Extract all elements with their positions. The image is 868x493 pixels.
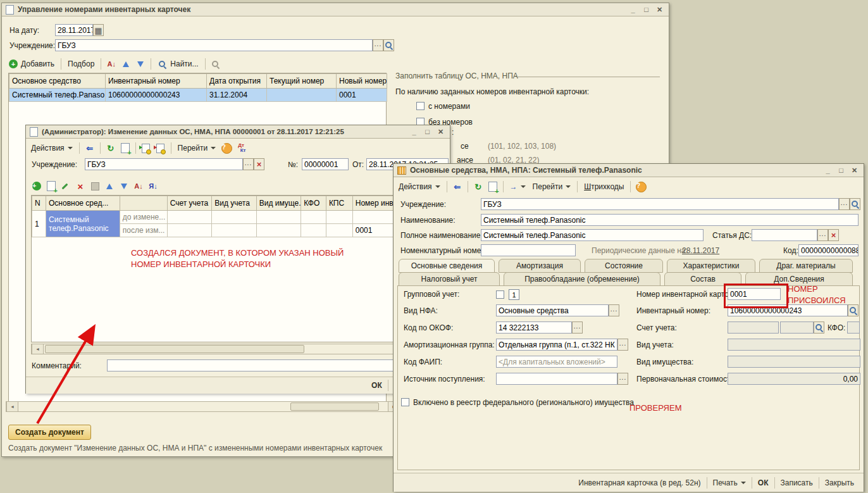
nfa-kind-select-button[interactable] [609, 304, 619, 316]
col-header-open-date[interactable]: Дата открытия [207, 74, 267, 89]
cell-empty[interactable] [167, 224, 212, 237]
cell-empty[interactable] [212, 211, 257, 224]
dtkt-button[interactable]: Дт Кт [235, 143, 247, 154]
cell-empty[interactable] [326, 224, 352, 237]
nfa-kind-input[interactable]: Основные средства [496, 304, 609, 316]
nomenclature-input[interactable] [481, 244, 576, 256]
close-icon[interactable]: ✕ [654, 5, 665, 15]
cell-current-number[interactable] [267, 89, 337, 102]
pick-button[interactable]: Подбор [66, 59, 96, 69]
copy-button[interactable] [487, 182, 499, 192]
okof-code-input[interactable]: 14 3222133 [496, 321, 572, 334]
end-edit-button[interactable] [89, 181, 101, 192]
cell-empty[interactable] [301, 211, 326, 224]
institution-select-button[interactable] [243, 158, 254, 170]
move-down-button[interactable] [135, 59, 146, 70]
window3-titlebar[interactable]: Основные средства, НМА, НПА: Системный т… [394, 164, 864, 177]
maximize-icon[interactable]: □ [422, 127, 433, 137]
depreciation-group-select-button[interactable] [617, 339, 628, 351]
row-edit-button[interactable] [60, 181, 71, 192]
calendar-button[interactable] [93, 24, 104, 36]
cell-empty[interactable] [256, 211, 301, 224]
row-add-button[interactable] [31, 181, 42, 192]
cell-new-number[interactable]: 0001 [337, 89, 387, 102]
account-sub-input[interactable] [780, 321, 814, 334]
tab-depreciation[interactable]: Амортизация [499, 259, 581, 273]
col-header-asset[interactable]: Основное сред... [46, 196, 120, 211]
scrollbar-thumb[interactable] [290, 403, 379, 411]
cell-n[interactable]: 1 [32, 211, 46, 237]
kfo-input[interactable] [847, 321, 860, 334]
minimize-icon[interactable]: _ [628, 5, 638, 15]
help-button[interactable] [221, 143, 232, 154]
maximize-icon[interactable]: □ [641, 5, 652, 15]
refresh-button[interactable] [105, 143, 116, 154]
reports-menu[interactable] [508, 182, 528, 192]
cell-empty[interactable] [256, 224, 301, 237]
initial-cost-input[interactable]: 0,00 [728, 373, 860, 385]
save-write-button[interactable] [452, 182, 463, 192]
save-button[interactable]: Записать [775, 478, 819, 487]
actions-menu[interactable]: Действия [29, 143, 75, 153]
move-down-button[interactable] [118, 181, 130, 192]
with-numbers-checkbox[interactable] [416, 102, 425, 110]
clear-find-button[interactable] [210, 59, 221, 70]
ds-article-input[interactable] [752, 229, 817, 241]
goto-menu[interactable]: Перейти [176, 143, 218, 153]
col-header-n[interactable]: N [32, 196, 46, 211]
cell-empty[interactable] [326, 211, 352, 224]
help-button[interactable] [635, 182, 647, 192]
depreciation-group-input[interactable]: Отдельная группа (п.1, ст.322 НК Р [496, 339, 617, 351]
group-order-box[interactable]: 1 [509, 289, 519, 300]
doc-number-input[interactable]: 00000001 [302, 158, 349, 170]
window1-titlebar[interactable]: Управление номерами инвентарных карточек… [2, 3, 669, 16]
table-row[interactable]: Системный телеф.Panaso... 10600000000000… [9, 89, 387, 102]
ds-article-clear-button[interactable] [828, 229, 839, 241]
close-icon[interactable]: ✕ [435, 127, 446, 137]
code-input[interactable]: 000000000000884 [798, 244, 859, 256]
institution-input[interactable]: ГБУЗ [55, 39, 373, 51]
col-header-proptype[interactable]: Вид имуще... [256, 196, 301, 211]
name-input[interactable]: Системный телеф.Panasonic [481, 214, 859, 226]
copy-button[interactable] [120, 143, 131, 154]
accounting-type-input[interactable] [728, 339, 860, 351]
goto-menu[interactable]: Перейти [531, 182, 573, 192]
col-header-inventory-number[interactable]: Инвентарный номер [106, 74, 207, 89]
sort-asc-button[interactable] [106, 59, 117, 70]
sort-asc-button[interactable] [133, 181, 144, 192]
periodic-date-link[interactable]: 28.11.2017 [682, 246, 719, 255]
group-accounting-checkbox[interactable] [496, 290, 504, 299]
cell-after-label[interactable]: после изм... [120, 224, 167, 237]
ds-article-select-button[interactable] [817, 229, 828, 241]
sort-desc-button[interactable] [147, 181, 159, 192]
col-header-account[interactable]: Счет учета [167, 196, 212, 211]
okof-code-select-button[interactable] [572, 321, 583, 334]
minimize-icon[interactable]: _ [409, 127, 419, 137]
cell-inventory-number[interactable]: 10600000000000243 [106, 89, 207, 102]
cell-empty[interactable] [167, 211, 212, 224]
table-row-before[interactable]: 1 Системный телеф.Panasonic до измене... [32, 211, 437, 224]
minimize-icon[interactable]: _ [822, 166, 833, 175]
faip-code-input[interactable]: <Для капитальных вложений> [496, 356, 617, 368]
scrollbar-thumb[interactable] [45, 345, 304, 353]
close-button[interactable]: Закрыть [819, 478, 860, 487]
print-button[interactable]: Печать [707, 478, 752, 487]
col-header-current-number[interactable]: Текущий номер [267, 74, 337, 89]
tab-state[interactable]: Состояние [585, 259, 663, 273]
tab-rights-encumbrance[interactable]: Правообладание (обременение) [504, 272, 660, 286]
cell-empty[interactable] [212, 224, 257, 237]
property-type-input[interactable] [728, 356, 860, 368]
institution-input[interactable]: ГБУЗ [85, 158, 243, 170]
cell-open-date[interactable]: 31.12.2004 [207, 89, 267, 102]
account-search-button[interactable] [814, 321, 824, 334]
receipt-source-input[interactable] [496, 373, 617, 385]
fullname-input[interactable]: Системный телеф.Panasonic [481, 229, 704, 241]
registry-checkbox[interactable] [401, 398, 409, 406]
horizontal-scrollbar[interactable] [6, 401, 400, 412]
create-document-button[interactable]: Создать документ [8, 425, 91, 440]
scroll-left-icon[interactable] [32, 344, 44, 354]
row-copy-button[interactable] [46, 181, 57, 192]
receipt-source-select-button[interactable] [617, 373, 628, 385]
post-with-movements-button[interactable] [140, 143, 152, 154]
col-header-asset[interactable]: Основное средство [9, 74, 106, 89]
